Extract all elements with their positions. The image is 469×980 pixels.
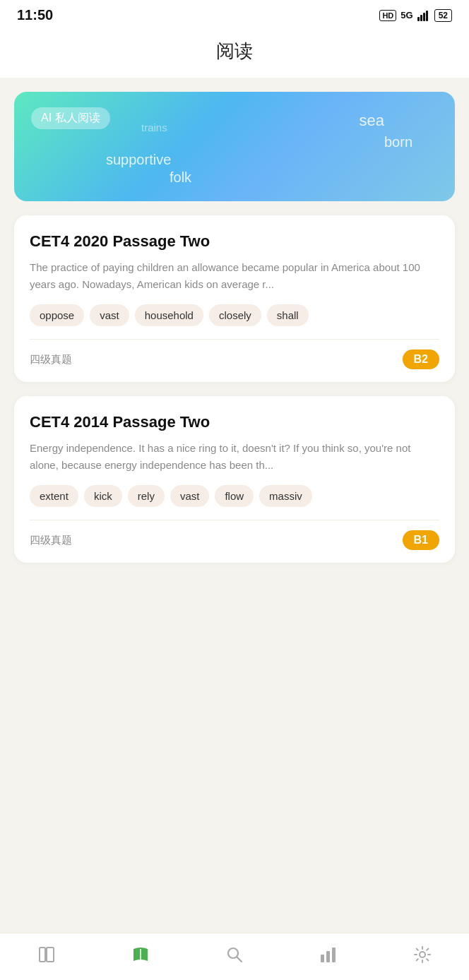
card-1-level: B2 [403,349,439,369]
svg-rect-2 [423,13,425,21]
tag-flow[interactable]: flow [215,485,254,507]
svg-point-11 [420,952,425,957]
bottom-nav [0,933,469,980]
tag-massiv[interactable]: massiv [259,485,312,507]
card-2-category: 四级真题 [30,534,72,547]
svg-rect-9 [326,951,330,962]
stats-icon [317,943,340,966]
card-1-tags: oppose vast household closely shall [30,304,439,326]
tag-rely[interactable]: rely [128,485,165,507]
tag-extent[interactable]: extent [30,485,78,507]
card-1-excerpt: The practice of paying children an allow… [30,259,439,293]
settings-icon [411,943,434,966]
svg-rect-3 [426,11,428,21]
nav-item-search[interactable] [223,943,246,966]
tag-kick[interactable]: kick [84,485,122,507]
passage-card-1[interactable]: CET4 2020 Passage Two The practice of pa… [14,215,455,382]
card-2-footer: 四级真题 B1 [30,520,439,550]
tag-household[interactable]: household [135,304,203,326]
svg-line-7 [237,957,242,962]
passage-card-2[interactable]: CET4 2014 Passage Two Energy independenc… [14,396,455,563]
tag-oppose[interactable]: oppose [30,304,84,326]
tag-vast2[interactable]: vast [170,485,210,507]
hd-badge: HD [379,10,396,21]
card-2-tags: extent kick rely vast flow massiv [30,485,439,507]
svg-rect-8 [321,955,324,962]
card-2-title: CET4 2014 Passage Two [30,413,439,431]
search-icon [223,943,246,966]
svg-rect-10 [332,948,336,962]
tag-closely[interactable]: closely [209,304,261,326]
library-icon [35,943,58,966]
status-time: 11:50 [17,7,53,23]
nav-item-library[interactable] [35,943,58,966]
ai-banner[interactable]: AI 私人阅读 trains sea born supportive folk [14,92,455,201]
signal-text: 5G [400,10,412,20]
card-2-excerpt: Energy independence. It has a nice ring … [30,440,439,474]
svg-rect-5 [47,948,54,962]
tag-shall[interactable]: shall [267,304,309,326]
svg-rect-0 [417,17,420,21]
svg-rect-4 [40,948,45,962]
tag-vast[interactable]: vast [90,304,129,326]
banner-word-trains: trains [141,121,167,133]
reading-icon [129,943,152,966]
ai-banner-label: AI 私人阅读 [31,107,110,129]
battery-badge: 52 [434,9,452,22]
status-icons: HD 5G 52 [379,9,452,22]
status-bar: 11:50 HD 5G 52 [0,0,469,28]
content-area: AI 私人阅读 trains sea born supportive folk … [0,78,469,933]
card-2-level: B1 [403,530,439,550]
banner-word-folk: folk [170,169,191,186]
signal-icon [417,10,430,21]
banner-word-supportive: supportive [106,152,171,168]
card-1-footer: 四级真题 B2 [30,339,439,369]
page-title: 阅读 [0,28,469,78]
card-1-title: CET4 2020 Passage Two [30,232,439,251]
banner-word-sea: sea [360,112,384,130]
banner-word-born: born [384,134,412,150]
svg-rect-1 [420,15,422,21]
nav-item-settings[interactable] [411,943,434,966]
card-1-category: 四级真题 [30,353,72,366]
nav-item-stats[interactable] [317,943,340,966]
nav-item-reading[interactable] [129,943,152,966]
